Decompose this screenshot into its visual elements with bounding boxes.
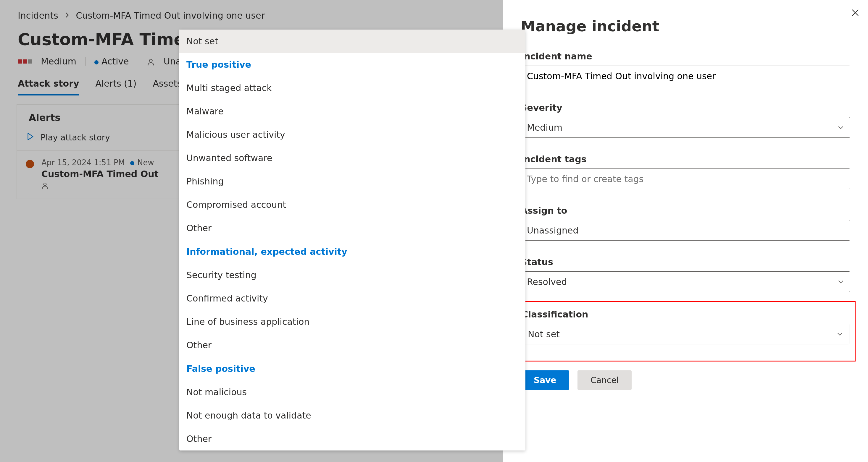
tags-input[interactable] [521,168,850,189]
person-icon [41,182,159,191]
person-icon [147,56,155,67]
dropdown-option-not-set[interactable]: Not set [179,30,525,53]
classification-value: Not set [528,329,560,339]
assign-to-select[interactable]: Unassigned [521,220,850,241]
incident-name-label: Incident name [521,51,850,62]
play-attack-story-button[interactable]: Play attack story [40,133,110,142]
dropdown-option-security-testing[interactable]: Security testing [179,263,525,287]
tab-alerts[interactable]: Alerts (1) [95,78,136,96]
play-icon[interactable] [26,132,35,143]
severity-label: Severity [521,103,850,113]
status-select[interactable]: Resolved [521,271,850,292]
dropdown-option-multi-staged-attack[interactable]: Multi staged attack [179,76,525,100]
dropdown-option-tp-other[interactable]: Other [179,217,525,240]
divider [85,57,86,66]
state-label: Active [101,56,129,67]
dropdown-option-compromised-account[interactable]: Compromised account [179,193,525,217]
severity-select[interactable]: Medium [521,117,850,138]
incident-name-input[interactable] [521,66,850,86]
incident-name-field[interactable] [527,71,844,81]
dropdown-option-fp-other[interactable]: Other [179,427,525,451]
status-value: Resolved [527,277,567,287]
assign-to-value: Unassigned [527,225,579,236]
cancel-button[interactable]: Cancel [578,370,631,390]
dropdown-option-not-enough-data[interactable]: Not enough data to validate [179,404,525,427]
alert-severity-dot-icon [26,160,34,168]
tags-label: Incident tags [521,154,850,164]
save-button[interactable]: Save [521,370,569,390]
divider [138,57,138,66]
chevron-right-icon [64,11,70,20]
severity-value: Medium [527,122,562,133]
severity-label: Medium [41,56,76,67]
classification-label: Classification [522,309,849,320]
chevron-down-icon [838,122,844,133]
severity-indicator-icon [18,59,32,64]
close-icon[interactable] [851,8,860,19]
dropdown-option-info-other[interactable]: Other [179,333,525,357]
status-label: Status [521,257,850,267]
dropdown-option-unwanted-software[interactable]: Unwanted software [179,146,525,170]
svg-point-0 [149,59,152,62]
classification-select[interactable]: Not set [522,324,849,344]
dropdown-option-malicious-user-activity[interactable]: Malicious user activity [179,123,525,146]
chevron-down-icon [837,329,843,339]
dropdown-option-not-malicious[interactable]: Not malicious [179,381,525,404]
dropdown-group-false-positive: False positive [179,357,525,381]
tab-assets[interactable]: Assets [153,78,182,96]
status-dot-icon [94,60,98,64]
svg-point-1 [44,183,46,186]
breadcrumb-root[interactable]: Incidents [18,10,58,21]
dropdown-option-malware[interactable]: Malware [179,100,525,123]
dropdown-option-confirmed-activity[interactable]: Confirmed activity [179,287,525,310]
alert-title: Custom-MFA Timed Out [41,169,159,179]
classification-dropdown: Not set True positive Multi staged attac… [179,30,525,451]
chevron-down-icon [838,277,844,287]
dropdown-group-true-positive: True positive [179,53,525,76]
tab-attack-story[interactable]: Attack story [18,78,79,96]
panel-title: Manage incident [521,18,850,35]
dropdown-group-informational: Informational, expected activity [179,240,525,263]
dropdown-option-phishing[interactable]: Phishing [179,170,525,193]
assign-to-label: Assign to [521,205,850,216]
dropdown-option-lob-application[interactable]: Line of business application [179,310,525,333]
alert-state: New [137,158,154,167]
status-dot-icon [130,161,134,165]
breadcrumb-current: Custom-MFA Timed Out involving one user [76,10,265,21]
manage-incident-panel: Manage incident Incident name Severity M… [503,0,868,462]
alert-time: Apr 15, 2024 1:51 PM [41,158,125,167]
tags-field[interactable] [527,174,844,184]
classification-highlight: Classification Not set [515,301,856,362]
